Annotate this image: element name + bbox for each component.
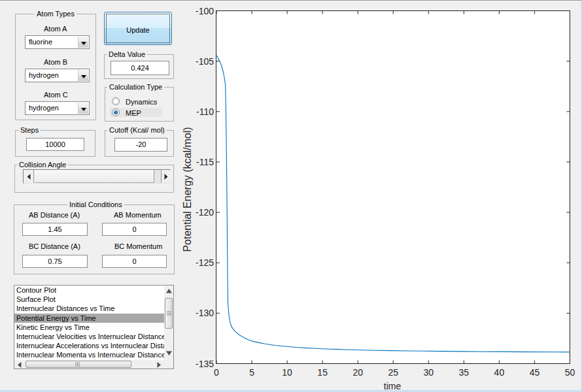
svg-text:20: 20 [352,367,363,378]
svg-text:Potential Energy (kcal/mol): Potential Energy (kcal/mol) [182,127,193,252]
svg-text:5: 5 [249,367,254,378]
svg-text:50: 50 [565,367,575,378]
svg-text:15: 15 [317,367,328,378]
svg-text:-120: -120 [196,207,214,218]
svg-text:-115: -115 [196,157,214,167]
svg-text:-110: -110 [196,106,214,117]
svg-text:time: time [384,381,402,391]
svg-text:40: 40 [494,367,505,378]
svg-text:-135: -135 [196,359,214,369]
svg-text:35: 35 [459,367,470,378]
svg-text:-105: -105 [196,56,214,67]
svg-text:45: 45 [530,367,540,378]
svg-text:-125: -125 [196,257,214,268]
svg-text:-100: -100 [196,6,214,16]
svg-text:-130: -130 [196,308,214,318]
svg-text:25: 25 [388,367,398,378]
svg-text:10: 10 [282,367,292,378]
svg-text:0: 0 [214,367,219,378]
svg-text:30: 30 [424,367,434,378]
